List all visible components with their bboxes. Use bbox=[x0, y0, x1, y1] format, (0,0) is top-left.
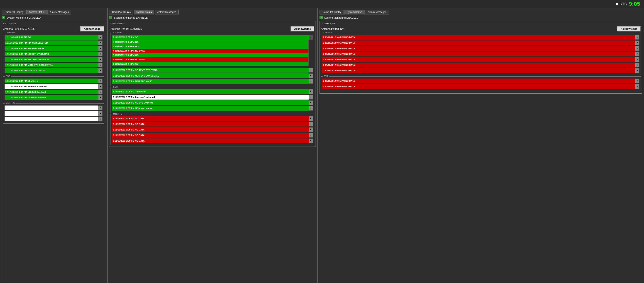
ssr-item-arrow-0-middle[interactable]: ▼ bbox=[308, 89, 313, 94]
mode-s-item-arrow-1-middle[interactable]: ▼ bbox=[308, 122, 313, 127]
mode-s-item-text-4-middle: 2 11/16/2012 9:05 PM NO DATA bbox=[112, 138, 308, 143]
dol-item-4[interactable]: 2 11/16/2012 9:05 PM NO DATA bbox=[112, 57, 308, 62]
mode-s-item-text-0-left bbox=[4, 105, 98, 110]
common-item-arrow-6-right[interactable]: ▼ bbox=[635, 68, 640, 73]
common-item-arrow-2-middle[interactable]: ▼ bbox=[308, 73, 313, 78]
mode-s-item-arrow-0-left[interactable]: ▼ bbox=[98, 105, 102, 110]
common-item-text-3-right: 2 11/16/2012 9:05 PM NO DATA bbox=[322, 51, 635, 56]
common-item-open-middle: 5 11/16/2012 9:05 PM GO ▼ 5 11/16/2012 9… bbox=[112, 35, 313, 40]
tab-track-plot-middle[interactable]: Track/Plot Display bbox=[109, 10, 133, 14]
common-title-middle: Common bbox=[112, 31, 123, 34]
ssr-item-text-3-left: 1 11/16/2012 9:04 PM MON sys connect bbox=[4, 95, 98, 100]
panel-right: Track/Plot Display System Status Asterix… bbox=[318, 8, 644, 283]
common-item-5-left: 1 11/16/2012 9:04 PM MON. SYS CONNECTE..… bbox=[4, 63, 102, 67]
acknowledge-button-left[interactable]: Acknowledge bbox=[80, 26, 104, 31]
ssr-item-text-1-right: 2 11/16/2012 9:05 PM NO DATA bbox=[322, 84, 635, 89]
common-item-arrow-2-right[interactable]: ▼ bbox=[635, 46, 640, 51]
common-item-6-right: 2 11/16/2012 9:05 PM NO DATA ▼ bbox=[322, 68, 640, 73]
common-item-5-right: 2 11/16/2012 9:05 PM NO DATA ▼ bbox=[322, 63, 640, 67]
common-item-arrow-1-right[interactable]: ▼ bbox=[635, 40, 640, 45]
common-item-2-middle: 5 11/16/2012 9:05 PM MON SYS CONNECTI...… bbox=[112, 73, 313, 78]
common-item-selected-middle: 5 11/16/2012 9:05 PM GO ▼ bbox=[112, 35, 313, 40]
mode-s-item-arrow-2-left[interactable]: ▼ bbox=[98, 117, 102, 121]
ssr-item-text-3-middle: 5 11/16/2012 9:05 PM MON sys connect bbox=[112, 106, 308, 111]
common-item-arrow-3-right[interactable]: ▼ bbox=[635, 51, 640, 56]
mode-s-item-text-2-middle: 2 11/16/2012 9:05 PM NO DATA bbox=[112, 127, 308, 132]
ssr-item-arrow-1-right[interactable]: ▼ bbox=[635, 84, 640, 89]
common-item-arrow-5-right[interactable]: ▼ bbox=[635, 63, 640, 67]
common-item-arrow-3-left[interactable]: ▼ bbox=[98, 51, 102, 56]
tab-asterix-middle[interactable]: Asterix Messages bbox=[155, 10, 179, 14]
common-item-arrow-1-left[interactable]: ▼ bbox=[98, 40, 102, 45]
ssr-item-2-left: 1 11/16/2012 9:04 PM NO SYS Overload ▼ bbox=[4, 90, 102, 94]
common-item-1-left: 1 11/16/2012 9:04 PM RDPC 2 SELECTED ▼ bbox=[4, 40, 102, 45]
common-item-arrow-4-right[interactable]: ▼ bbox=[635, 57, 640, 62]
tab-bar-left: Track/Plot Display System Status Asterix… bbox=[2, 10, 106, 14]
common-item-arrow-0-left[interactable]: ▼ bbox=[98, 35, 102, 40]
ssr-item-text-0-left: 1 11/16/2012 9:04 PM Channel B bbox=[4, 78, 98, 83]
dol-item-5[interactable]: 1 11/16/2012 9:04 PM GO bbox=[112, 62, 308, 66]
panel-middle: Track/Plot Display System Status Asterix… bbox=[107, 8, 318, 283]
mode-s-item-arrow-1-left[interactable]: ▼ bbox=[98, 111, 102, 116]
monitoring-checkbox-right[interactable]: ✓ bbox=[320, 16, 323, 19]
common-item-arrow-0-right[interactable]: ▼ bbox=[635, 35, 640, 40]
ssr-item-arrow-2-middle[interactable]: ▼ bbox=[308, 100, 313, 105]
ssr-item-arrow-0-left[interactable]: ▼ bbox=[98, 78, 102, 83]
utc-checkbox[interactable] bbox=[616, 3, 618, 5]
common-item-arrow-3-middle[interactable]: ▼ bbox=[308, 79, 313, 84]
common-item-text-0-right: 2 11/16/2012 9:05 PM NO DATA bbox=[322, 35, 635, 40]
ssr-item-arrow-2-left[interactable]: ▼ bbox=[98, 90, 102, 94]
ssr-title-right: SSR bbox=[323, 75, 329, 77]
tab-track-plot-left[interactable]: Track/Plot Display bbox=[2, 10, 26, 14]
dol-item-1[interactable]: 5 11/16/2012 9:05 PM GO bbox=[112, 44, 308, 49]
tab-system-status-left[interactable]: System Status bbox=[26, 10, 47, 14]
acknowledge-button-right[interactable]: Acknowledge bbox=[617, 26, 641, 31]
monitoring-label-middle: System Monitoring ENABLED bbox=[114, 16, 148, 19]
mode-s-item-arrow-2-middle[interactable]: ▼ bbox=[308, 127, 313, 132]
ssr-section-middle: SSR 5 11/16/2012 9:05 PM Channel B ▼ 5 1… bbox=[110, 87, 314, 113]
mode-s-item-text-0-middle: 2 11/16/2012 9:05 PM NO DATA bbox=[112, 116, 308, 121]
mode-s-item-arrow-0-middle[interactable]: ▼ bbox=[308, 116, 313, 121]
tab-system-status-middle[interactable]: System Status bbox=[134, 10, 154, 14]
dol-item-2[interactable]: 4 11/16/2012 9:05 PM NO DATA bbox=[112, 49, 308, 53]
tab-track-plot-right[interactable]: Track/Plot Display bbox=[320, 10, 344, 14]
panel-left: Track/Plot Display System Status Asterix… bbox=[0, 8, 107, 283]
ssr-item-arrow-0-right[interactable]: ▼ bbox=[635, 78, 640, 83]
common-item-4-left: 1 11/16/2012 9:04 PM NO TXMT. SYS OVERI.… bbox=[4, 57, 102, 62]
dol-item-3[interactable]: 3 11/16/2012 9:05 PM GO bbox=[112, 53, 308, 57]
common-item-text-3-middle: 5 11/16/2012 9:05 PM TIME SRC VALID bbox=[112, 79, 308, 84]
common-item-selected-arrow-middle[interactable]: ▼ bbox=[308, 35, 313, 40]
ssr-item-arrow-3-left[interactable]: ▼ bbox=[98, 95, 102, 100]
tab-system-status-right[interactable]: System Status bbox=[344, 10, 364, 14]
common-item-arrow-2-left[interactable]: ▼ bbox=[98, 46, 102, 51]
tab-asterix-right[interactable]: Asterix Messages bbox=[365, 10, 389, 14]
common-item-arrow-1-middle[interactable]: ▼ bbox=[308, 68, 313, 73]
antenna-row-middle: Antenna Period: 5.0078125 Acknowledge bbox=[110, 26, 314, 31]
cat034-section-right: CAT034/I050 Antenna Period: N/A Acknowle… bbox=[320, 21, 642, 94]
acknowledge-button-middle[interactable]: Acknowledge bbox=[290, 26, 314, 31]
dropdown-open-list-middle: 5 11/16/2012 9:05 PM GO 5 11/16/2012 9:0… bbox=[112, 40, 308, 66]
mode-s-item-1-middle: 2 11/16/2012 9:05 PM NO DATA ▼ bbox=[112, 122, 313, 127]
mode-s-item-arrow-4-middle[interactable]: ▼ bbox=[308, 138, 313, 143]
common-item-2-right: 2 11/16/2012 9:05 PM NO DATA ▼ bbox=[322, 46, 640, 51]
common-item-arrow-6-left[interactable]: ▼ bbox=[98, 68, 102, 73]
mode-s-item-2-left: ▼ bbox=[4, 117, 102, 121]
mode-s-item-arrow-3-middle[interactable]: ▼ bbox=[308, 133, 313, 138]
cat034-label-left: CAT034/I050 bbox=[3, 22, 104, 25]
monitoring-checkbox-middle[interactable]: ✓ bbox=[109, 16, 112, 19]
antenna-row-right: Antenna Period: N/A Acknowledge bbox=[321, 26, 641, 31]
ssr-title-left: SSR bbox=[5, 75, 11, 77]
mode-s-item-text-1-middle: 2 11/16/2012 9:05 PM NO DATA bbox=[112, 122, 308, 127]
common-item-text-6-right: 2 11/16/2012 9:05 PM NO DATA bbox=[322, 68, 635, 73]
ssr-item-arrow-1-left[interactable]: ▼ bbox=[98, 84, 102, 89]
utc-label: UTC bbox=[620, 2, 627, 6]
ssr-section-left: SSR 1 11/16/2012 9:04 PM Channel B ▼ 1 1… bbox=[3, 76, 104, 102]
common-item-arrow-4-left[interactable]: ▼ bbox=[98, 57, 102, 62]
mode-s-item-text-1-left bbox=[4, 111, 98, 116]
dol-item-0[interactable]: 5 11/16/2012 9:05 PM GO bbox=[112, 40, 308, 44]
common-item-arrow-5-left[interactable]: ▼ bbox=[98, 63, 102, 67]
ssr-item-arrow-3-middle[interactable]: ▼ bbox=[308, 106, 313, 111]
tab-asterix-left[interactable]: Asterix Messages bbox=[48, 10, 72, 14]
monitoring-checkbox-left[interactable]: ✓ bbox=[2, 16, 5, 19]
ssr-item-arrow-1-middle[interactable]: ▼ bbox=[308, 95, 313, 100]
